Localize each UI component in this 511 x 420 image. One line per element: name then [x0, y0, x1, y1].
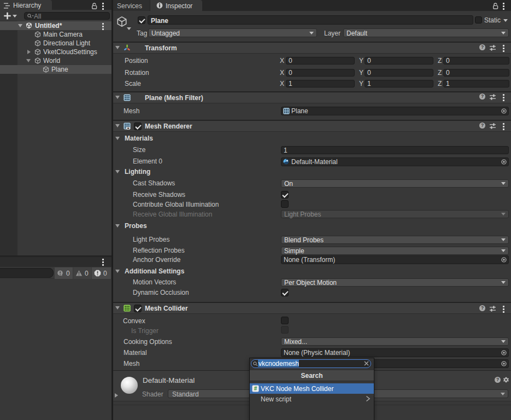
- svg-text:#: #: [254, 386, 257, 392]
